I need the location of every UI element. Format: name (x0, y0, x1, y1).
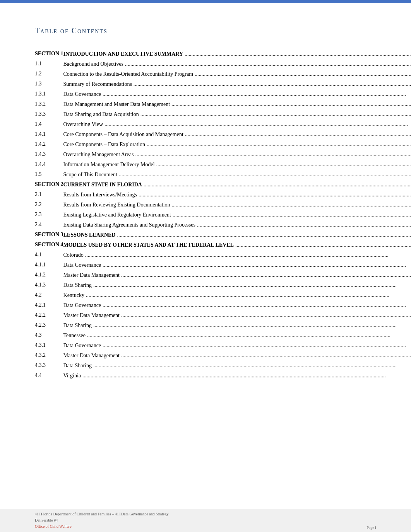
toc-dots: ........................................… (135, 150, 411, 159)
toc-dots: ........................................… (144, 180, 411, 189)
toc-entry-title: Results from Reviewing Existing Document… (63, 200, 172, 210)
toc-title-cell: Overarching Management Areas ...........… (63, 150, 411, 160)
toc-title-cell: Core Components – Data Exploration .....… (63, 140, 411, 150)
footer: 41TFlorida Department of Children and Fa… (0, 509, 411, 532)
toc-title-cell: Connection to the Results-Oriented Accou… (63, 69, 411, 79)
toc-entry-title: Data Sharing (63, 321, 93, 330)
toc-table: SECTION 1 INTRODUCTION AND EXECUTIVE SUM… (35, 49, 411, 381)
toc-entry-title: Kentucky (63, 291, 86, 300)
toc-entry-title: Data Governance (63, 90, 103, 99)
toc-label: 4.2 (35, 290, 63, 300)
toc-dots: ........................................… (125, 60, 411, 69)
toc-label: 2.4 (35, 220, 63, 230)
toc-label: 4.3.1 (35, 341, 63, 351)
toc-entry-title: Results from Interviews/Meetings (63, 190, 139, 200)
toc-row: 4.2 Kentucky ...........................… (35, 290, 411, 300)
toc-dots: ........................................… (185, 130, 411, 139)
toc-row: 1.5 Scope of This Document .............… (35, 170, 411, 180)
toc-entry-title: Core Components – Data Acquisition and M… (63, 130, 185, 139)
toc-row: 1.4.3 Overarching Management Areas .....… (35, 150, 411, 160)
toc-label: 4.1.1 (35, 260, 63, 270)
toc-dots: ........................................… (171, 100, 411, 109)
toc-entry-title: Data Management and Master Data Manageme… (63, 100, 172, 109)
toc-dots: ........................................… (103, 90, 411, 99)
toc-row: SECTION 3 LESSONS LEARNED ..............… (35, 230, 411, 240)
toc-dots: ........................................… (235, 240, 411, 250)
toc-title-cell: Data Governance ........................… (63, 341, 411, 351)
toc-label: 2.1 (35, 190, 63, 200)
toc-dots: ........................................… (140, 110, 411, 119)
toc-row: 1.4.4 Information Management Delivery Mo… (35, 160, 411, 170)
toc-label: 4.1.3 (35, 280, 63, 290)
toc-title: Table of Contents (35, 26, 376, 35)
toc-dots: ........................................… (103, 341, 411, 350)
toc-dots: ........................................… (172, 200, 411, 210)
toc-entry-title: Data Governance (63, 341, 103, 350)
toc-dots: ........................................… (103, 301, 411, 310)
toc-entry-title: Colorado (63, 251, 85, 260)
toc-label: 4.2.3 (35, 321, 63, 331)
toc-label: SECTION 3 (35, 230, 63, 240)
toc-dots: ........................................… (103, 261, 411, 270)
toc-title-cell: Kentucky ...............................… (63, 290, 411, 300)
toc-row: 4.3 Tennessee ..........................… (35, 331, 411, 341)
toc-row: 1.2 Connection to the Results-Oriented A… (35, 69, 411, 79)
toc-row: SECTION 4 MODELS USED BY OTHER STATES AN… (35, 240, 411, 250)
toc-title-cell: Tennessee ..............................… (63, 331, 411, 341)
toc-entry-title: Master Data Management (63, 311, 121, 320)
toc-row: 2.2 Results from Reviewing Existing Docu… (35, 200, 411, 210)
toc-entry-title: Information Management Delivery Model (63, 160, 156, 169)
footer-line1: 41TFlorida Department of Children and Fa… (35, 511, 168, 517)
toc-title-cell: Background and Objectives ..............… (63, 59, 411, 69)
toc-title-cell: MODELS USED BY OTHER STATES AND AT THE F… (63, 240, 411, 250)
toc-entry-title: INTRODUCTION AND EXECUTIVE SUMMARY (63, 49, 185, 59)
toc-dots: ........................................… (117, 230, 411, 240)
toc-dots: ........................................… (93, 281, 411, 290)
toc-entry-title: MODELS USED BY OTHER STATES AND AT THE F… (63, 240, 235, 250)
toc-title-cell: Data Management and Master Data Manageme… (63, 99, 411, 109)
toc-dots: ........................................… (119, 170, 411, 179)
toc-title-cell: Scope of This Document .................… (63, 170, 411, 180)
toc-dots: ........................................… (87, 331, 411, 340)
toc-dots: ........................................… (147, 140, 411, 149)
toc-label: 4.4 (35, 371, 63, 381)
toc-title-cell: Existing Data Sharing Agreements and Sup… (63, 220, 411, 230)
toc-row: 4.3.3 Data Sharing .....................… (35, 361, 411, 371)
toc-entry-title: Summary of Recommendations (63, 80, 134, 89)
toc-title-cell: Information Management Delivery Model ..… (63, 160, 411, 170)
toc-dots: ........................................… (93, 361, 411, 370)
toc-entry-title: Overarching Management Areas (63, 150, 135, 159)
toc-entry-title: Data Governance (63, 301, 103, 310)
toc-title-cell: Data Sharing ...........................… (63, 280, 411, 290)
toc-row: 4.3.1 Data Governance ..................… (35, 341, 411, 351)
toc-label: 4.2.1 (35, 300, 63, 310)
toc-title-cell: Master Data Management .................… (63, 270, 411, 280)
toc-dots: ........................................… (82, 371, 411, 380)
toc-title-cell: Data Governance ........................… (63, 260, 411, 270)
toc-label: 4.2.2 (35, 310, 63, 321)
toc-row: SECTION 1 INTRODUCTION AND EXECUTIVE SUM… (35, 49, 411, 59)
toc-title-cell: Core Components – Data Acquisition and M… (63, 130, 411, 140)
toc-dots: ........................................… (93, 321, 411, 330)
toc-title-cell: LESSONS LEARNED ........................… (63, 230, 411, 240)
toc-label: 4.1 (35, 250, 63, 260)
toc-row: 1.3.3 Data Sharing and Data Acquisition … (35, 109, 411, 119)
toc-title-cell: INTRODUCTION AND EXECUTIVE SUMMARY .....… (63, 49, 411, 59)
toc-entry-title: LESSONS LEARNED (63, 230, 117, 240)
toc-entry-title: Data Sharing (63, 281, 93, 290)
toc-title-cell: CURRENT STATE IN FLORIDA ...............… (63, 180, 411, 190)
toc-title-cell: Data Governance ........................… (63, 300, 411, 310)
toc-entry-title: Scope of This Document (63, 170, 119, 179)
footer-org: Office of Child Welfare (35, 523, 168, 530)
toc-title-cell: Master Data Management .................… (63, 310, 411, 321)
toc-entry-title: Data Governance (63, 261, 103, 270)
toc-title-cell: Data Governance ........................… (63, 89, 411, 99)
toc-label: 1.3.3 (35, 109, 63, 119)
toc-dots: ........................................… (86, 291, 411, 300)
toc-entry-title: Master Data Management (63, 271, 121, 280)
toc-label: 1.3.2 (35, 99, 63, 109)
toc-label: 1.5 (35, 170, 63, 180)
toc-row: 4.3.2 Master Data Management ...........… (35, 351, 411, 361)
toc-row: 4.4 Virginia ...........................… (35, 371, 411, 381)
toc-label: SECTION 2 (35, 180, 63, 190)
